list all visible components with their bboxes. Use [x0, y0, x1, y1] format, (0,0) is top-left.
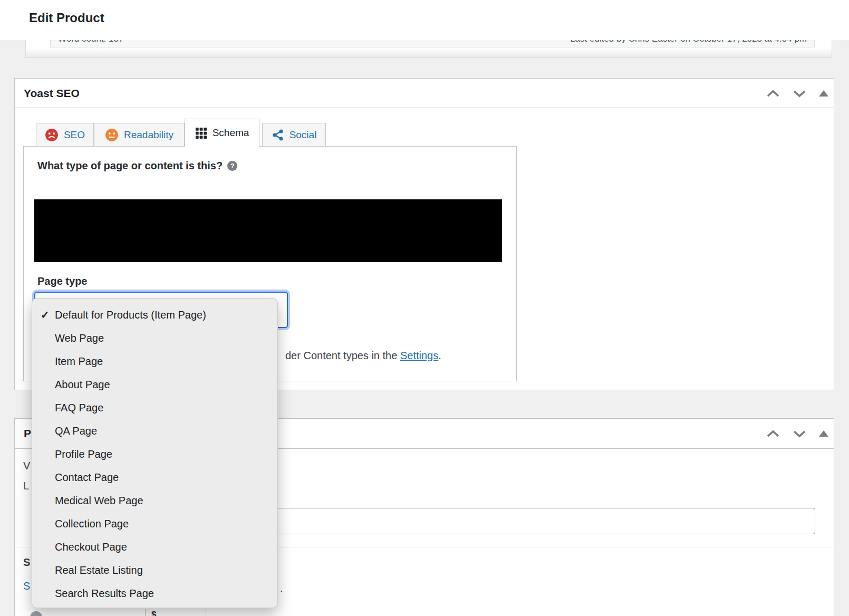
covered-cell-fragment: $ [151, 610, 156, 616]
dropdown-option-label: Contact Page [55, 471, 119, 484]
seo-score-sad-face-icon [45, 128, 59, 142]
yoast-metabox-title: Yoast SEO [24, 87, 80, 100]
yoast-metabox-header: Yoast SEO [15, 79, 834, 108]
tab-seo-label: SEO [64, 129, 85, 141]
chevron-down-icon [793, 90, 806, 98]
selected-checkmark-icon: ✓ [41, 309, 55, 321]
settings-link[interactable]: Settings [400, 350, 438, 361]
dropdown-option-label: Web Page [55, 332, 104, 344]
dropdown-option[interactable]: FAQ Page [32, 396, 277, 419]
dropdown-option-label: About Page [55, 379, 110, 391]
page-type-dropdown-options: ✓Default for Products (Item Page)Web Pag… [32, 303, 277, 605]
covered-section-fragment: S [23, 556, 30, 569]
dropdown-option-label: Medical Web Page [55, 495, 143, 507]
move-down-button[interactable] [793, 90, 806, 98]
readability-score-neutral-face-icon [105, 128, 119, 142]
tab-readability[interactable]: Readability [94, 123, 185, 147]
dropdown-option[interactable]: QA Page [32, 419, 277, 442]
covered-sentence-period: . [280, 582, 283, 594]
dropdown-option-label: FAQ Page [55, 402, 103, 414]
dropdown-option[interactable]: Contact Page [32, 466, 277, 489]
dropdown-option[interactable]: Collection Page [32, 512, 277, 535]
move-down-button[interactable] [793, 430, 806, 438]
dropdown-option[interactable]: Profile Page [32, 442, 277, 466]
toggle-panel-button[interactable] [819, 430, 828, 437]
dropdown-option-label: QA Page [55, 425, 97, 437]
collapse-triangle-icon [819, 430, 828, 437]
toggle-panel-button[interactable] [819, 90, 828, 97]
covered-label-fragment: V [23, 460, 30, 472]
covered-link-fragment: S [23, 580, 30, 592]
dropdown-option[interactable]: Real Estate Listing [32, 559, 277, 582]
covered-label-fragment: L [23, 480, 29, 492]
dropdown-option-label: Item Page [55, 355, 103, 368]
dropdown-option-label: Default for Products (Item Page) [55, 309, 206, 321]
sentence-period: . [438, 350, 441, 361]
dropdown-option-label: Real Estate Listing [55, 564, 143, 576]
dropdown-option-label: Search Results Page [55, 588, 154, 600]
dropdown-option[interactable]: About Page [32, 373, 277, 396]
dropdown-option[interactable]: ✓Default for Products (Item Page) [32, 303, 277, 326]
dropdown-option[interactable]: Checkout Page [32, 535, 277, 559]
sentence-fragment: der Content types in the [285, 350, 400, 361]
social-share-icon [272, 129, 284, 141]
edit-product-screen: Word count: 137 Last edited by Chris Eas… [0, 0, 849, 616]
lower-metabox-title: P [24, 427, 31, 440]
move-up-button[interactable] [766, 430, 780, 438]
tab-schema[interactable]: Schema [185, 119, 259, 147]
dropdown-option-label: Collection Page [55, 518, 129, 530]
redacted-content-block [34, 199, 502, 262]
page-title: Edit Product [29, 11, 104, 25]
chevron-up-icon [766, 90, 780, 98]
collapse-triangle-icon [819, 90, 828, 97]
dropdown-option[interactable]: Item Page [32, 350, 277, 373]
dropdown-option-label: Profile Page [55, 448, 112, 460]
dropdown-option-label: Checkout Page [55, 541, 127, 553]
schema-grid-icon [195, 127, 207, 139]
chevron-down-icon [793, 430, 806, 438]
dropdown-option[interactable]: Search Results Page [32, 582, 277, 605]
tab-seo[interactable]: SEO [36, 123, 94, 147]
dropdown-option[interactable]: Web Page [32, 326, 277, 350]
chevron-up-icon [766, 430, 780, 438]
tab-social-label: Social [290, 129, 317, 141]
table-column-border [206, 609, 206, 616]
page-type-label: Page type [37, 275, 87, 287]
schema-question-heading: What type of page or content is this? [37, 160, 223, 172]
help-icon[interactable]: ? [227, 161, 237, 171]
admin-header-band [0, 0, 849, 40]
dropdown-option[interactable]: Medical Web Page [32, 489, 277, 512]
page-type-dropdown-menu: ✓Default for Products (Item Page)Web Pag… [32, 298, 278, 608]
tab-readability-label: Readability [124, 129, 173, 141]
table-column-border [145, 609, 146, 616]
tab-social[interactable]: Social [262, 123, 326, 147]
schema-question-row: What type of page or content is this? ? [37, 160, 237, 172]
editor-resize-area[interactable] [26, 48, 832, 57]
tab-schema-label: Schema [213, 127, 249, 139]
content-types-sentence: der Content types in the Settings. [285, 350, 441, 362]
move-up-button[interactable] [766, 90, 780, 98]
